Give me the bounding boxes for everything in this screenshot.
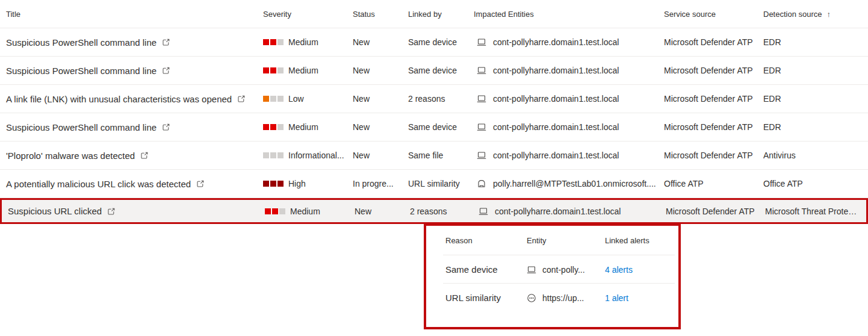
column-header-linked-by[interactable]: Linked by xyxy=(408,10,474,19)
severity-indicator-icon xyxy=(263,67,284,73)
severity-indicator-icon xyxy=(265,208,285,214)
severity-indicator-icon xyxy=(263,96,284,102)
alert-row[interactable]: A potentially malicious URL click was de… xyxy=(0,170,868,198)
linked-by-cell[interactable]: URL similarity xyxy=(408,179,474,188)
impacted-entity-cell: cont-pollyharre.domain1.test.local xyxy=(476,207,666,216)
severity-label: Low xyxy=(288,94,304,104)
popup-column-linked-alerts: Linked alerts xyxy=(605,236,678,245)
impacted-entity-cell: cont-pollyharre.domain1.test.local xyxy=(474,151,664,160)
service-source-cell: Microsoft Defender ATP xyxy=(664,122,763,132)
column-header-service-source[interactable]: Service source xyxy=(664,10,763,19)
alert-row[interactable]: Suspicious PowerShell command line Mediu… xyxy=(0,28,868,57)
open-in-new-window-icon[interactable] xyxy=(162,66,170,75)
severity-label: Medium xyxy=(288,122,318,132)
popup-entity-name: cont-polly... xyxy=(542,265,585,275)
severity-indicator-icon xyxy=(263,39,284,45)
linked-alerts-link[interactable]: 4 alerts xyxy=(605,265,633,275)
linked-by-cell[interactable]: Same device xyxy=(408,66,474,75)
url-icon xyxy=(527,293,536,303)
alert-row[interactable]: Suspicious PowerShell command line Mediu… xyxy=(0,57,868,85)
linked-alerts-flyout: Reason Entity Linked alerts Same device … xyxy=(426,226,678,312)
open-in-new-window-icon[interactable] xyxy=(196,179,205,188)
entity-name: polly.harrell@MTPTestLab01.onmicrosoft..… xyxy=(493,179,656,188)
popup-reason: Same device xyxy=(445,264,527,275)
popup-row: URL similarity https://up... 1 alert xyxy=(426,284,678,312)
status-cell: New xyxy=(353,122,408,132)
linked-by-cell[interactable]: Same device xyxy=(408,37,474,47)
severity-cell: Medium xyxy=(263,37,353,47)
column-header-status[interactable]: Status xyxy=(353,10,408,19)
detection-source-cell: Antivirus xyxy=(763,151,868,160)
column-header-detection-source[interactable]: Detection source↑ xyxy=(763,10,868,19)
device-icon xyxy=(477,94,486,104)
entity-name: cont-pollyharre.domain1.test.local xyxy=(493,151,619,160)
open-in-new-window-icon[interactable] xyxy=(107,207,116,216)
severity-label: Informational... xyxy=(288,151,344,160)
severity-cell: Medium xyxy=(263,66,353,75)
status-cell: New xyxy=(353,94,408,104)
open-in-new-window-icon[interactable] xyxy=(162,123,170,131)
alert-row[interactable]: Suspicious PowerShell command line Mediu… xyxy=(0,113,868,142)
detection-source-label: Detection source xyxy=(763,10,822,19)
popup-column-entity: Entity xyxy=(527,236,605,245)
severity-label: Medium xyxy=(288,37,318,47)
severity-cell: Medium xyxy=(265,207,355,216)
open-in-new-window-icon[interactable] xyxy=(140,151,149,160)
detection-source-cell: Office ATP xyxy=(763,179,868,188)
alert-title[interactable]: Suspicious PowerShell command line xyxy=(6,122,157,132)
alert-title[interactable]: A link file (LNK) with unusual character… xyxy=(6,94,232,104)
alert-title[interactable]: Suspicious URL clicked xyxy=(8,206,102,216)
alert-title[interactable]: 'Ploprolo' malware was detected xyxy=(6,151,135,161)
service-source-cell: Microsoft Defender ATP xyxy=(664,37,763,47)
alerts-table-screen: Title Severity Status Linked by Impacted… xyxy=(0,0,868,336)
severity-indicator-icon xyxy=(263,124,284,130)
linked-by-cell[interactable]: Same file xyxy=(408,151,474,160)
detection-source-cell: Microsoft Threat Protection xyxy=(765,207,866,216)
status-cell: New xyxy=(353,151,408,160)
table-header-row: Title Severity Status Linked by Impacted… xyxy=(0,0,868,28)
device-icon xyxy=(477,37,486,47)
open-in-new-window-icon[interactable] xyxy=(237,95,246,103)
linked-by-cell[interactable]: 2 reasons xyxy=(408,94,474,104)
column-header-severity[interactable]: Severity xyxy=(263,10,353,19)
severity-label: Medium xyxy=(288,66,318,75)
popup-entity-name: https://up... xyxy=(542,293,584,303)
entity-name: cont-pollyharre.domain1.test.local xyxy=(493,122,619,132)
device-icon xyxy=(479,207,488,216)
alert-title[interactable]: Suspicious PowerShell command line xyxy=(6,66,157,76)
service-source-cell: Microsoft Defender ATP xyxy=(666,207,765,216)
severity-cell: Medium xyxy=(263,122,353,132)
column-header-title[interactable]: Title xyxy=(0,10,263,19)
service-source-cell: Office ATP xyxy=(664,179,763,188)
alert-row[interactable]: 'Ploprolo' malware was detected Informat… xyxy=(0,142,868,170)
impacted-entity-cell: cont-pollyharre.domain1.test.local xyxy=(474,94,664,104)
device-icon xyxy=(477,151,486,160)
sort-ascending-icon: ↑ xyxy=(827,10,831,19)
highlight-annotation: Suspicious URL clicked Medium New 2 reas… xyxy=(0,198,868,224)
linked-alerts-link[interactable]: 1 alert xyxy=(605,293,628,303)
detection-source-cell: EDR xyxy=(763,122,868,132)
impacted-entity-cell: polly.harrell@MTPTestLab01.onmicrosoft..… xyxy=(474,179,664,188)
popup-reason: URL similarity xyxy=(445,293,527,303)
alert-row[interactable]: A link file (LNK) with unusual character… xyxy=(0,85,868,113)
status-cell: In progre... xyxy=(353,179,408,188)
linked-by-cell[interactable]: 2 reasons xyxy=(410,207,476,216)
popup-row: Same device cont-polly... 4 alerts xyxy=(426,255,678,284)
status-cell: New xyxy=(353,66,408,75)
open-in-new-window-icon[interactable] xyxy=(162,38,170,46)
linked-by-cell[interactable]: Same device xyxy=(408,122,474,132)
alert-title[interactable]: A potentially malicious URL click was de… xyxy=(6,179,191,189)
mailbox-icon xyxy=(477,179,486,188)
entity-name: cont-pollyharre.domain1.test.local xyxy=(493,37,619,47)
severity-label: High xyxy=(288,179,306,188)
device-icon xyxy=(527,265,536,275)
alert-title[interactable]: Suspicious PowerShell command line xyxy=(6,37,157,48)
severity-cell: Informational... xyxy=(263,151,353,160)
device-icon xyxy=(477,66,486,75)
severity-label: Medium xyxy=(290,207,320,216)
severity-indicator-icon xyxy=(263,181,284,187)
alert-row-selected[interactable]: Suspicious URL clicked Medium New 2 reas… xyxy=(2,200,866,222)
column-header-impacted-entities[interactable]: Impacted Entities xyxy=(474,10,664,19)
entity-name: cont-pollyharre.domain1.test.local xyxy=(493,66,619,75)
impacted-entity-cell: cont-pollyharre.domain1.test.local xyxy=(474,37,664,47)
